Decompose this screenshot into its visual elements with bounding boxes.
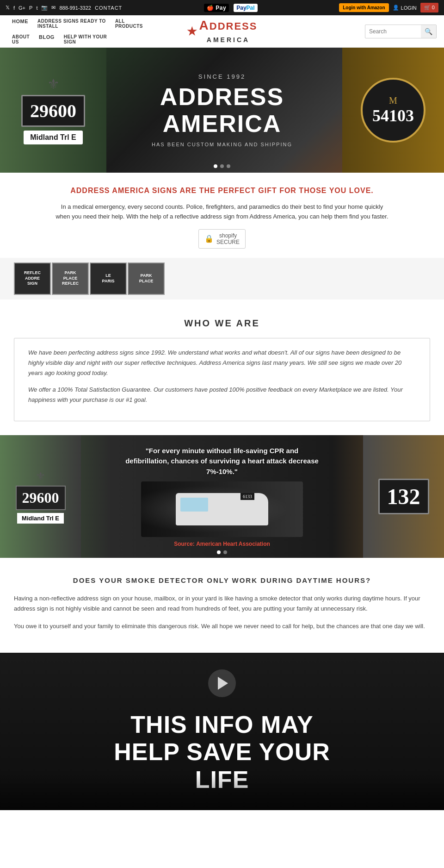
thumb-text-2: PARKPLACEREFLEC [60,269,80,288]
cpr-source: Source: American Heart Association [174,541,270,547]
smoke-para-2: You owe it to yourself and your family t… [14,621,430,631]
phone-number: 888-991-3322 [59,5,91,11]
top-bar-left: 𝕏 f G+ P t 📷 ✉ 888-991-3322 CONTACT [6,5,122,11]
login-link[interactable]: 👤 LOGIN [393,5,417,11]
who-we-are-box: We have been perfecting address signs si… [14,338,430,421]
instagram-icon[interactable]: 📷 [41,5,48,11]
nav-home[interactable]: HOME [7,16,33,31]
email-icon[interactable]: ✉ [51,5,56,11]
cpr-left-panel: ⚜ 29600 Midland Trl E [0,435,81,558]
nav-help[interactable]: HELP WITH YOURSIGN [59,31,111,47]
nav-address-signs[interactable]: ADDRESS SIGNS READY TOINSTALL [33,16,111,31]
cpr-dot-2[interactable] [223,550,227,554]
hero-subtitle: HAS BEEN CUSTOM MAKING AND SHIPPING [152,142,292,147]
play-button[interactable] [208,669,236,697]
product-thumbnails: REFLECADDRESIGN PARKPLACEREFLEC LEPARIS … [0,258,444,300]
hero-banner: ⚜ 29600 Midland Trl E SINCE 1992 ADDRESS… [0,48,444,173]
google-plus-icon[interactable]: G+ [18,5,25,11]
contact-link[interactable]: CONTACT [95,5,122,11]
nav-search: 🔍 [365,25,437,38]
hero-right-panel: M 54103 [342,48,444,173]
smoke-section: DOES YOUR SMOKE DETECTOR ONLY WORK DURIN… [0,558,444,653]
hero-center-panel: SINCE 1992 ADDRESSAMERICA HAS BEEN CUSTO… [142,73,302,147]
who-we-are-title: WHO WE ARE [9,318,435,329]
ambulance-body: 6133 [176,493,268,525]
hero-dots [214,164,230,168]
amazon-login-button[interactable]: Login with Amazon [339,3,388,12]
top-bar-center: 🍎 Pay PayPal [204,4,258,12]
main-nav: HOME ADDRESS SIGNS READY TOINSTALL ALLPR… [0,15,444,48]
cpr-banner: ⚜ 29600 Midland Trl E "For every minute … [0,435,444,558]
thumbnail-1[interactable]: REFLECADDRESIGN [14,262,51,295]
apple-pay-badge: 🍎 Pay [204,4,229,12]
top-bar-right: Login with Amazon 👤 LOGIN 🛒 0 [339,3,438,12]
paypal-badge: PayPal [234,4,257,12]
lock-icon: 🔒 [204,234,214,243]
who-para-2: We offer a 100% Total Satisfaction Guara… [28,385,416,405]
thumbnail-4[interactable]: PARKPLACE [128,262,165,295]
smoke-para-1: Having a non-reflective address sign on … [14,593,430,614]
hero-sign-name: Midland Trl E [24,131,83,144]
hero-left-panel: ⚜ 29600 Midland Trl E [0,48,106,173]
cpr-sign-name: Midland Trl E [17,513,64,524]
thumb-text-1: REFLECADDRESIGN [22,269,43,288]
search-input[interactable] [365,25,421,37]
cpr-right-number: 132 [378,479,429,514]
hero-sign-decoration: ⚜ [47,76,60,92]
hero-oval-monogram: M [389,95,397,106]
thumb-text-4: PARKPLACE [137,271,155,286]
thumbnail-3[interactable]: LEPARIS [90,262,127,295]
hero-oval-sign: M 54103 [361,78,426,143]
smoke-title: DOES YOUR SMOKE DETECTOR ONLY WORK DURIN… [9,576,435,584]
cpr-right-panel: 132 [363,435,444,558]
cpr-sign-number: 29600 [16,486,66,510]
hero-oval-number: 54103 [372,106,414,125]
cpr-quote: "For every minute without life-saving CP… [125,446,319,477]
cpr-dots [217,550,227,554]
nav-blog[interactable]: BLOG [34,31,59,47]
address-sticker: 6133 [240,493,254,500]
search-button[interactable]: 🔍 [421,25,436,38]
video-overlay [0,773,444,810]
hero-dot-3[interactable] [227,164,230,168]
nav-about-us[interactable]: ABOUTUS [7,31,34,47]
hero-since: SINCE 1992 [152,73,292,80]
gift-text: In a medical emergency, every second cou… [56,202,388,222]
cpr-dot-1[interactable] [217,550,221,554]
shopify-secure-badge: 🔒 shopifySECURE [198,229,246,249]
hero-dot-2[interactable] [220,164,224,168]
tumblr-icon[interactable]: t [36,5,37,11]
pinterest-icon[interactable]: P [29,5,32,11]
hero-sign-number: 29600 [21,95,85,127]
thumb-text-3: LEPARIS [100,271,117,286]
who-para-1: We have been perfecting address signs si… [28,348,416,378]
hero-dot-1[interactable] [214,164,217,168]
gift-title: ADDRESS AMERICA SIGNS ARE THE PERFECT GI… [9,187,435,195]
nav-logo: ★ ADDRESS AMERICA [187,18,258,45]
gift-section: ADDRESS AMERICA SIGNS ARE THE PERFECT GI… [0,173,444,258]
logo-text: ADDRESS AMERICA [199,18,258,45]
hero-title: ADDRESSAMERICA [152,84,292,137]
play-triangle-icon [218,677,228,690]
cpr-source-org: American Heart Association [196,541,270,547]
top-bar: 𝕏 f G+ P t 📷 ✉ 888-991-3322 CONTACT 🍎 Pa… [0,0,444,15]
nav-all-products[interactable]: ALLPRODUCTS [111,16,148,31]
twitter-icon[interactable]: 𝕏 [6,5,10,11]
logo-star-icon: ★ [187,25,197,38]
thumbnail-2[interactable]: PARKPLACEREFLEC [52,262,89,295]
video-section: THIS INFO MAY HELP SAVE YOUR LIFE [0,653,444,810]
cart-button[interactable]: 🛒 0 [420,3,438,12]
ambulance-visual: 6133 [141,481,303,537]
cpr-center-panel: "For every minute without life-saving CP… [81,435,363,558]
shopify-label: shopifySECURE [216,232,240,245]
who-we-are-section: WHO WE ARE We have been perfecting addre… [0,300,444,435]
user-icon: 👤 [393,5,399,11]
cpr-decoration: ⚜ [36,470,46,483]
facebook-icon[interactable]: f [13,5,15,11]
